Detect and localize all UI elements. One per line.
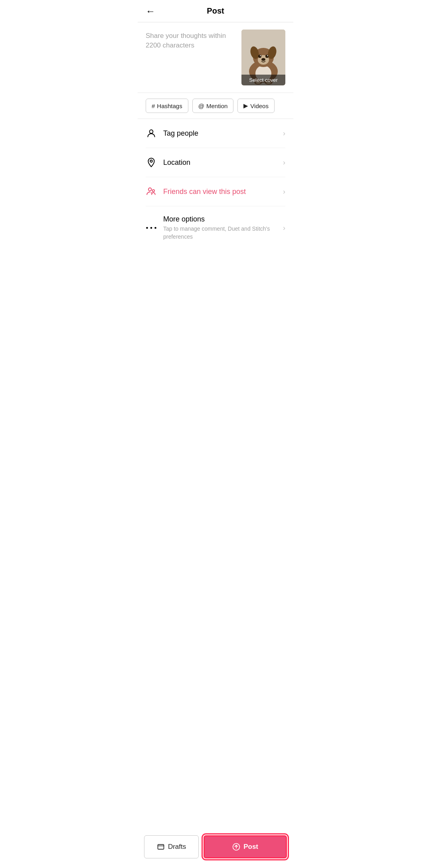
videos-label: Videos [250,103,269,109]
privacy-label: Friends can view this post [163,188,277,196]
back-button[interactable]: ← [146,6,155,17]
privacy-content: Friends can view this post [163,188,277,196]
svg-point-23 [154,227,156,229]
svg-point-22 [150,227,152,229]
hashtags-label: Hashtags [157,103,182,109]
svg-point-17 [150,160,152,162]
chevron-right-icon: › [283,158,285,167]
dots-icon [146,222,157,233]
person-icon [146,128,157,139]
videos-button[interactable]: ▶ Videos [237,99,275,113]
caption-area: Share your thoughts within 2200 characte… [138,22,293,93]
more-options-item[interactable]: More options Tap to manage comment, Duet… [146,206,285,249]
header: ← Post [138,0,293,22]
hashtags-button[interactable]: # Hashtags [146,99,188,113]
more-options-content: More options Tap to manage comment, Duet… [163,215,277,241]
svg-point-9 [260,55,261,56]
svg-point-10 [267,55,268,56]
more-options-sublabel: Tap to manage comment, Duet and Stitch's… [163,225,277,241]
location-label: Location [163,158,277,167]
mention-label: Mention [206,103,227,109]
friends-icon [146,186,157,197]
location-icon [146,157,157,168]
location-item[interactable]: Location › [146,148,285,177]
more-options-label: More options [163,215,277,223]
privacy-item[interactable]: Friends can view this post › [146,177,285,206]
tags-row: # Hashtags @ Mention ▶ Videos [138,93,293,119]
svg-point-21 [146,227,148,229]
select-cover-label[interactable]: Select cover [241,75,285,85]
tag-people-content: Tag people [163,129,277,138]
location-content: Location [163,158,277,167]
chevron-right-icon: › [283,224,285,232]
menu-section: Tag people › Location › Frien [138,119,293,249]
mention-button[interactable]: @ Mention [192,99,234,113]
chevron-right-icon: › [283,188,285,196]
svg-point-7 [258,55,261,58]
tag-people-label: Tag people [163,129,277,138]
page-title: Post [146,6,285,16]
mention-icon: @ [198,103,204,109]
hashtag-icon: # [152,103,155,109]
svg-point-11 [261,58,265,61]
svg-point-18 [148,188,152,191]
cover-thumbnail[interactable]: Select cover [241,30,285,85]
tag-people-item[interactable]: Tag people › [146,119,285,148]
caption-input[interactable]: Share your thoughts within 2200 characte… [146,30,235,85]
play-icon: ▶ [243,102,248,109]
chevron-right-icon: › [283,129,285,138]
svg-point-16 [150,130,153,133]
svg-point-8 [265,55,269,58]
svg-point-19 [152,190,154,192]
